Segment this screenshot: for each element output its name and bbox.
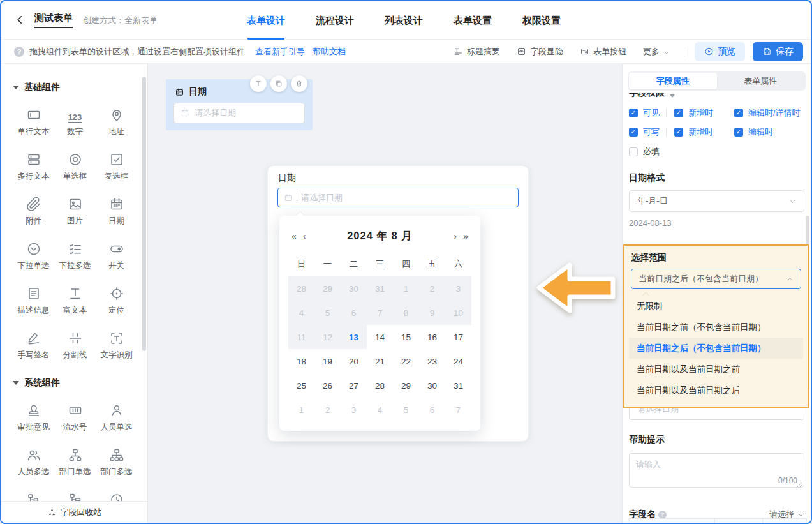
form-buttons-button[interactable]: 表单按钮 bbox=[580, 46, 626, 57]
calendar-day[interactable]: 18 bbox=[288, 349, 314, 373]
tab-field-properties[interactable]: 字段属性 bbox=[629, 73, 717, 89]
section-system-components[interactable]: 系统组件 bbox=[13, 377, 137, 389]
calendar-day[interactable]: 31 bbox=[445, 373, 471, 398]
writable-on-edit-checkbox[interactable]: ✓ bbox=[734, 128, 743, 137]
calendar-day-next-month[interactable]: 6 bbox=[419, 398, 445, 422]
tab-form-design[interactable]: 表单设计 bbox=[247, 1, 285, 40]
tab-form-properties[interactable]: 表单属性 bbox=[717, 73, 805, 89]
duplicate-button[interactable] bbox=[270, 75, 287, 92]
calendar-day[interactable]: 27 bbox=[341, 373, 367, 398]
calendar-day[interactable]: 14 bbox=[367, 325, 393, 349]
component-date[interactable]: 日期 bbox=[96, 197, 137, 227]
component-dept-multi[interactable]: 部门多选 bbox=[96, 447, 137, 477]
component-number[interactable]: 123数字 bbox=[54, 107, 96, 137]
calendar-day[interactable]: 29 bbox=[393, 373, 419, 398]
component-divider[interactable]: 分割线 bbox=[54, 331, 96, 361]
help-tip-textarea[interactable]: 请输入 0/100 bbox=[629, 453, 804, 488]
calendar-day[interactable]: 16 bbox=[419, 325, 445, 349]
component-person-multi[interactable]: 人员多选 bbox=[13, 447, 54, 477]
component-switch[interactable]: 开关 bbox=[96, 241, 137, 271]
component-attachment[interactable]: 附件 bbox=[13, 197, 54, 227]
preview-date-input[interactable]: 请选择日期 bbox=[277, 188, 519, 207]
tab-form-settings[interactable]: 表单设置 bbox=[454, 1, 492, 40]
component-address[interactable]: 地址 bbox=[96, 107, 137, 137]
writable-checkbox[interactable]: ✓ bbox=[629, 128, 638, 137]
save-button[interactable]: 保存 bbox=[753, 42, 803, 61]
date-field-widget[interactable]: 日期 请选择日期 bbox=[166, 79, 313, 130]
component-person-single[interactable]: 人员单选 bbox=[96, 403, 137, 433]
date-format-select[interactable]: 年-月-日 bbox=[629, 190, 804, 212]
component-rich-text[interactable]: 富文本 bbox=[54, 286, 96, 316]
delete-button[interactable] bbox=[291, 75, 307, 92]
component-single-line-text[interactable]: 单行文本 bbox=[13, 107, 54, 137]
range-option[interactable]: 当前日期之前（不包含当前日期） bbox=[629, 317, 803, 338]
range-option[interactable]: 当前日期以及当前日期之后 bbox=[629, 380, 803, 401]
design-canvas[interactable]: 日期 请选择日期 日期 请选择日期 bbox=[148, 64, 622, 523]
component-location[interactable]: 定位 bbox=[96, 286, 137, 316]
range-option[interactable]: 当前日期以及当前日期之前 bbox=[629, 359, 803, 380]
prev-month-button[interactable]: ‹ bbox=[300, 232, 309, 241]
visible-on-create-checkbox[interactable]: ✓ bbox=[674, 109, 683, 117]
writable-on-create-checkbox[interactable]: ✓ bbox=[674, 128, 683, 137]
range-select[interactable]: 当前日期之后（不包含当前日期） bbox=[631, 269, 801, 289]
component-radio[interactable]: 单选框 bbox=[54, 152, 96, 182]
more-button[interactable]: 更多 bbox=[643, 46, 670, 57]
calendar-day[interactable]: 21 bbox=[367, 349, 393, 373]
drag-hint-text: 拖拽组件到表单的设计区域，通过设置右侧配置项设计组件 bbox=[29, 46, 245, 57]
calendar-day-next-month[interactable]: 2 bbox=[314, 398, 341, 422]
calendar-day[interactable]: 17 bbox=[445, 325, 471, 349]
tab-list-design[interactable]: 列表设计 bbox=[385, 1, 423, 40]
calendar-day[interactable]: 22 bbox=[393, 349, 419, 373]
calendar-day-next-month[interactable]: 4 bbox=[367, 398, 393, 422]
range-option[interactable]: 无限制 bbox=[629, 296, 803, 317]
calendar-day[interactable]: 30 bbox=[419, 373, 445, 398]
resize-grip[interactable] bbox=[797, 480, 802, 486]
section-basic-components[interactable]: 基础组件 bbox=[13, 82, 137, 93]
component-dept-single[interactable]: 部门单选 bbox=[54, 447, 96, 477]
back-icon[interactable] bbox=[14, 14, 27, 27]
rename-button[interactable] bbox=[250, 75, 267, 92]
component-dropdown-multi[interactable]: 下拉多选 bbox=[54, 241, 96, 271]
calendar-day[interactable]: 28 bbox=[367, 373, 393, 398]
component-checkbox[interactable]: 复选框 bbox=[96, 152, 137, 182]
calendar-day-next-month[interactable]: 3 bbox=[341, 398, 367, 422]
field-recycle-bin-button[interactable]: 字段回收站 bbox=[1, 501, 147, 523]
range-option-selected[interactable]: 当前日期之后（不包含当前日期） bbox=[629, 338, 803, 359]
calendar-day[interactable]: 20 bbox=[341, 349, 367, 373]
widget-date-input[interactable]: 请选择日期 bbox=[173, 103, 305, 123]
title-summary-button[interactable]: 标题摘要 bbox=[454, 46, 500, 57]
component-serial-number[interactable]: 流水号 bbox=[54, 403, 96, 433]
calendar-day[interactable]: 25 bbox=[288, 373, 314, 398]
component-ocr[interactable]: 文字识别 bbox=[96, 331, 137, 361]
trash-icon bbox=[295, 79, 304, 88]
calendar-day-next-month[interactable]: 1 bbox=[288, 398, 314, 422]
component-image[interactable]: 图片 bbox=[54, 197, 96, 227]
help-doc-link[interactable]: 帮助文档 bbox=[313, 46, 346, 57]
component-multi-line-text[interactable]: 多行文本 bbox=[13, 152, 54, 182]
field-visibility-button[interactable]: 字段显隐 bbox=[517, 46, 563, 57]
calendar-day[interactable]: 19 bbox=[314, 349, 341, 373]
component-signature[interactable]: 手写签名 bbox=[13, 331, 54, 361]
guide-link[interactable]: 查看新手引导 bbox=[255, 46, 305, 57]
prev-year-button[interactable]: « bbox=[288, 232, 300, 241]
component-dropdown-single[interactable]: 下拉单选 bbox=[13, 241, 54, 271]
calendar-day[interactable]: 15 bbox=[393, 325, 419, 349]
calendar-day-next-month[interactable]: 5 bbox=[393, 398, 419, 422]
tab-permission-settings[interactable]: 权限设置 bbox=[522, 1, 561, 40]
calendar-day[interactable]: 26 bbox=[314, 373, 341, 398]
tab-flow-design[interactable]: 流程设计 bbox=[316, 1, 354, 40]
visible-on-edit-checkbox[interactable]: ✓ bbox=[734, 109, 743, 117]
visible-checkbox[interactable]: ✓ bbox=[629, 109, 638, 117]
preview-button[interactable]: 预览 bbox=[695, 42, 745, 61]
calendar-day[interactable]: 24 bbox=[445, 349, 471, 373]
next-year-button[interactable]: » bbox=[460, 232, 471, 241]
next-month-button[interactable]: › bbox=[451, 232, 461, 241]
required-checkbox[interactable] bbox=[629, 147, 638, 156]
component-approval[interactable]: 审批意见 bbox=[13, 403, 54, 433]
ocr-icon bbox=[109, 331, 124, 346]
question-circle-icon[interactable]: ? bbox=[658, 511, 667, 519]
calendar-day[interactable]: 23 bbox=[419, 349, 445, 373]
sidebar-scrollbar[interactable] bbox=[142, 77, 146, 351]
calendar-day-next-month[interactable]: 7 bbox=[445, 398, 471, 422]
component-description[interactable]: 描述信息 bbox=[13, 286, 54, 316]
